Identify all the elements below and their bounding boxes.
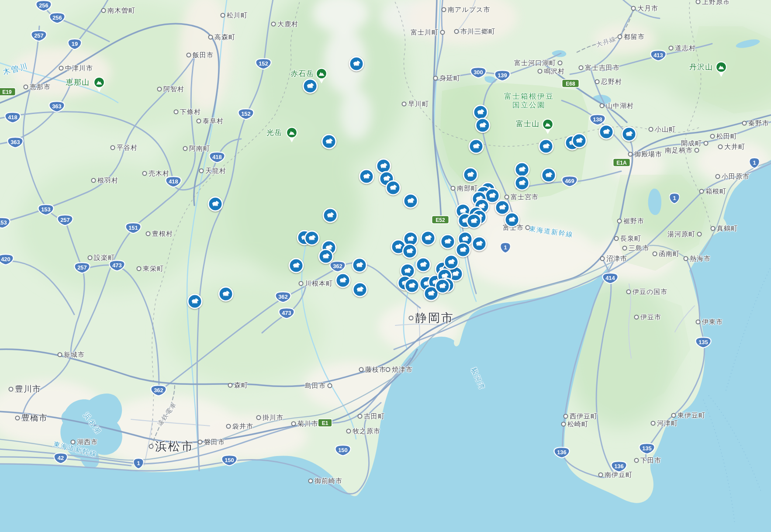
city-label[interactable]: 函南町 xyxy=(659,250,680,258)
city-label[interactable]: 熱海市 xyxy=(690,255,711,263)
bear-sighting-marker[interactable] xyxy=(303,79,318,94)
bear-sighting-marker[interactable] xyxy=(352,258,367,273)
city-label[interactable]: 平谷村 xyxy=(117,144,138,152)
city-label[interactable]: 阿智村 xyxy=(163,85,184,93)
city-label[interactable]: 松崎町 xyxy=(567,420,588,428)
mountain-label[interactable]: 富士山 xyxy=(516,119,539,129)
bear-sighting-marker[interactable] xyxy=(444,255,459,270)
city-label[interactable]: 箱根町 xyxy=(705,187,726,196)
bear-sighting-marker[interactable] xyxy=(515,176,530,191)
city-label[interactable]: 市川三郷町 xyxy=(460,28,495,36)
city-label[interactable]: 南アルプス市 xyxy=(448,6,490,14)
city-label[interactable]: 豊川市 xyxy=(15,383,41,395)
city-label[interactable]: 小田原市 xyxy=(722,173,750,181)
bear-sighting-marker[interactable] xyxy=(599,124,614,140)
city-label[interactable]: 豊橋市 xyxy=(21,412,48,424)
city-label[interactable]: 松田町 xyxy=(716,132,737,141)
bear-sighting-marker[interactable] xyxy=(539,139,554,154)
bear-sighting-marker[interactable] xyxy=(349,56,364,72)
city-label[interactable]: 森町 xyxy=(234,381,248,390)
bear-sighting-marker[interactable] xyxy=(515,162,530,177)
city-label[interactable]: 中津川市 xyxy=(65,64,93,73)
bear-sighting-marker[interactable] xyxy=(472,236,487,252)
bear-sighting-marker[interactable] xyxy=(386,180,401,196)
national-park-label[interactable]: 富士箱根伊豆国立公園 xyxy=(504,92,554,109)
bear-sighting-marker[interactable] xyxy=(403,193,418,209)
city-label[interactable]: 早川町 xyxy=(408,100,429,108)
city-label[interactable]: 富士川町 xyxy=(411,28,439,37)
city-label[interactable]: 伊東市 xyxy=(702,318,723,326)
city-label[interactable]: 小山町 xyxy=(655,125,676,134)
city-label[interactable]: 松川町 xyxy=(227,11,248,20)
city-label[interactable]: 菊川市 xyxy=(297,420,318,428)
city-label[interactable]: 沼津市 xyxy=(606,255,627,263)
bear-sighting-marker[interactable] xyxy=(187,294,203,309)
city-label[interactable]: 泰阜村 xyxy=(203,117,224,125)
city-label[interactable]: 東伊豆町 xyxy=(678,411,705,420)
bear-sighting-marker[interactable] xyxy=(208,197,223,212)
city-label[interactable]: 藤枝市 xyxy=(365,366,386,374)
bear-sighting-marker[interactable] xyxy=(289,258,304,273)
city-label[interactable]: 掛川市 xyxy=(263,414,284,422)
city-label[interactable]: 上野原市 xyxy=(702,0,730,6)
city-label[interactable]: 真鶴町 xyxy=(717,225,738,233)
city-label[interactable]: 南部町 xyxy=(457,184,478,193)
bear-sighting-marker[interactable] xyxy=(421,231,436,246)
city-label[interactable]: 伊豆の国市 xyxy=(633,288,667,296)
bear-sighting-marker[interactable] xyxy=(323,208,338,223)
bear-sighting-marker[interactable] xyxy=(456,242,471,258)
bear-sighting-marker[interactable] xyxy=(402,244,418,259)
map-canvas[interactable]: 南木曽町中津川市恵那市阿智村下條村飯田市松川町高森町大鹿村泰阜村平谷村売木村根羽… xyxy=(0,0,771,532)
city-label[interactable]: 下條村 xyxy=(180,108,201,116)
bear-sighting-marker[interactable] xyxy=(475,118,491,133)
bear-sighting-marker[interactable] xyxy=(541,168,557,183)
mountain-pin-icon[interactable] xyxy=(93,76,106,93)
city-label[interactable]: 忍野村 xyxy=(601,78,622,86)
city-label[interactable]: 御前崎市 xyxy=(315,477,342,485)
city-label[interactable]: 大月市 xyxy=(637,4,658,13)
city-label[interactable]: 伊豆市 xyxy=(640,313,661,321)
bear-sighting-marker[interactable] xyxy=(304,231,320,246)
city-label[interactable]: 富士宮市 xyxy=(511,193,539,201)
city-label[interactable]: 富士吉田市 xyxy=(585,64,620,72)
city-label[interactable]: 豊根村 xyxy=(152,230,173,238)
city-label[interactable]: 飯田市 xyxy=(193,51,214,59)
city-label[interactable]: 磐田市 xyxy=(204,438,225,446)
mountain-label[interactable]: 光岳 xyxy=(266,128,282,138)
city-label[interactable]: 大井町 xyxy=(724,143,745,151)
city-label[interactable]: 浜松市 xyxy=(155,439,194,454)
city-label[interactable]: 大鹿村 xyxy=(277,20,298,28)
city-label[interactable]: 根羽村 xyxy=(97,176,118,185)
mountain-label[interactable]: 丹沢山 xyxy=(689,62,713,72)
bear-sighting-marker[interactable] xyxy=(353,282,368,297)
city-label[interactable]: 恵那市 xyxy=(30,83,51,91)
mountain-pin-icon[interactable] xyxy=(715,61,728,77)
city-label[interactable]: 湖西市 xyxy=(77,438,98,446)
mountain-pin-icon[interactable] xyxy=(315,67,328,84)
city-label[interactable]: 富士河口湖町 xyxy=(514,59,556,67)
city-label[interactable]: 南木曽町 xyxy=(107,7,135,15)
city-label[interactable]: 身延町 xyxy=(439,74,460,83)
city-label[interactable]: 山中湖村 xyxy=(606,102,634,110)
bear-sighting-marker[interactable] xyxy=(405,278,420,294)
city-label[interactable]: 西伊豆町 xyxy=(570,412,598,421)
bear-sighting-marker[interactable] xyxy=(572,133,587,149)
city-label[interactable]: 牧之原市 xyxy=(353,427,380,435)
city-label[interactable]: 御殿場市 xyxy=(634,150,662,159)
city-label[interactable]: 秦野市 xyxy=(748,119,769,128)
city-label[interactable]: 焼津市 xyxy=(392,366,413,374)
bear-sighting-marker[interactable] xyxy=(435,279,450,294)
city-label[interactable]: 東栄町 xyxy=(143,265,164,273)
city-label[interactable]: 下田市 xyxy=(640,456,661,465)
bear-sighting-marker[interactable] xyxy=(318,249,334,264)
city-label[interactable]: 川根本町 xyxy=(305,280,333,288)
mountain-pin-icon[interactable] xyxy=(541,118,554,135)
city-label[interactable]: 袋井市 xyxy=(232,422,253,431)
city-label[interactable]: 長泉町 xyxy=(620,235,641,243)
city-label[interactable]: 湯河原町 xyxy=(667,230,695,238)
city-label[interactable]: 三島市 xyxy=(629,244,650,252)
bear-sighting-marker[interactable] xyxy=(622,127,637,142)
city-label[interactable]: 天龍村 xyxy=(205,167,226,175)
city-label[interactable]: 静岡市 xyxy=(415,310,454,326)
bear-sighting-marker[interactable] xyxy=(322,134,337,149)
